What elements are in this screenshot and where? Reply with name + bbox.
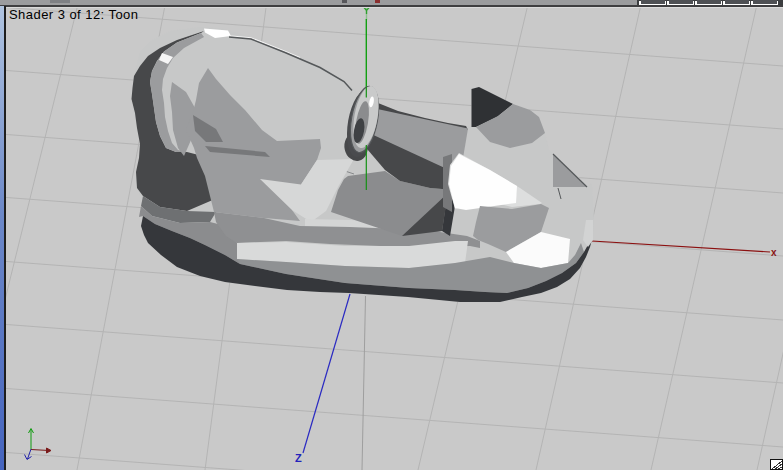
svg-text:x: x — [771, 247, 777, 258]
svg-text:Z: Z — [295, 452, 302, 464]
svg-text:Shader 3 of 12: Toon: Shader 3 of 12: Toon — [9, 7, 138, 22]
